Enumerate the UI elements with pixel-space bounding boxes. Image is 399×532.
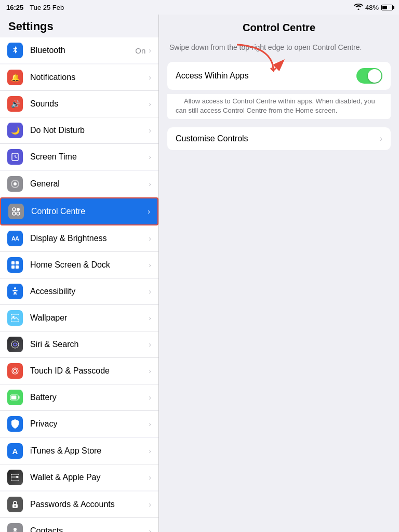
screentime-label: Screen Time <box>30 152 149 162</box>
customise-controls-card: Customise Controls › <box>167 127 391 150</box>
svg-rect-8 <box>11 261 15 264</box>
sidebar-item-itunes[interactable]: A iTunes & App Store › <box>0 438 158 464</box>
donotdisturb-label: Do Not Disturb <box>30 126 149 135</box>
svg-point-6 <box>12 212 16 215</box>
sidebar-item-bluetooth[interactable]: Bluetooth On › <box>0 37 158 63</box>
general-icon <box>7 176 23 192</box>
contacts-icon <box>7 523 23 532</box>
arrow-down <box>227 42 289 84</box>
display-icon: AA <box>7 231 23 246</box>
wallet-label: Wallet & Apple Pay <box>30 473 149 482</box>
sidebar-item-battery[interactable]: Battery › <box>0 384 158 411</box>
settings-group-2: General › Control Centre › AA Display & … <box>0 171 158 437</box>
wallpaper-icon <box>7 310 23 326</box>
display-label: Display & Brightness <box>30 234 149 243</box>
svg-rect-10 <box>11 265 15 269</box>
screentime-icon <box>7 149 23 165</box>
sidebar-item-contacts[interactable]: Contacts › <box>0 518 158 532</box>
access-within-apps-description: Allow access to Control Centre within ap… <box>176 94 375 119</box>
time: 16:25 <box>6 4 23 11</box>
wallet-icon <box>7 470 23 485</box>
notifications-icon: 🔔 <box>7 70 23 85</box>
sidebar-item-notifications[interactable]: 🔔 Notifications › <box>0 64 158 91</box>
svg-point-26 <box>15 506 16 507</box>
wallpaper-label: Wallpaper <box>30 313 149 323</box>
sidebar-item-privacy[interactable]: Privacy › <box>0 411 158 437</box>
bluetooth-label: Bluetooth <box>30 46 135 55</box>
sidebar-item-touchid[interactable]: Touch ID & Passcode › <box>0 358 158 384</box>
battery-label: Battery <box>30 393 149 402</box>
sidebar-item-display[interactable]: AA Display & Brightness › <box>0 225 158 252</box>
siri-icon <box>7 337 23 352</box>
sidebar-item-controlcentre[interactable]: Control Centre › <box>0 197 158 225</box>
homescreen-label: Home Screen & Dock <box>30 260 149 270</box>
svg-rect-20 <box>19 396 20 399</box>
general-label: General <box>30 179 149 189</box>
contacts-label: Contacts <box>30 526 149 532</box>
privacy-icon <box>7 416 23 432</box>
settings-group-0: Bluetooth On › <box>0 37 158 63</box>
sidebar-item-siri[interactable]: Siri & Search › <box>0 331 158 358</box>
passwords-label: Passwords & Accounts <box>30 500 149 509</box>
bluetooth-value: On <box>135 46 145 55</box>
customise-controls-row[interactable]: Customise Controls › <box>167 127 391 150</box>
sidebar: Settings Bluetooth On › 🔔 Notifications … <box>0 15 159 532</box>
accessibility-label: Accessibility <box>30 287 149 296</box>
svg-line-2 <box>15 157 17 158</box>
svg-rect-21 <box>11 396 17 400</box>
settings-group-3: A iTunes & App Store › Wallet & Apple Pa… <box>0 438 158 490</box>
notifications-label: Notifications <box>30 73 149 82</box>
sidebar-item-donotdisturb[interactable]: 🌙 Do Not Disturb › <box>0 117 158 144</box>
main-layout: Settings Bluetooth On › 🔔 Notifications … <box>0 15 399 532</box>
sidebar-item-wallet[interactable]: Wallet & Apple Pay › <box>0 464 158 490</box>
controlcentre-label: Control Centre <box>31 207 148 216</box>
content-panel: Control Centre Swipe down from the top-r… <box>159 15 399 532</box>
donotdisturb-icon: 🌙 <box>7 123 23 138</box>
sidebar-item-general[interactable]: General › <box>0 171 158 197</box>
svg-point-3 <box>14 182 17 185</box>
battery-icon <box>381 5 393 10</box>
sidebar-item-wallpaper[interactable]: Wallpaper › <box>0 305 158 331</box>
siri-label: Siri & Search <box>30 340 149 349</box>
touchid-icon <box>7 363 23 379</box>
svg-point-27 <box>14 528 17 531</box>
svg-point-5 <box>17 208 20 211</box>
wifi-icon <box>354 4 363 11</box>
settings-group-4: Passwords & Accounts › Contacts › Calend… <box>0 491 158 532</box>
customise-controls-label: Customise Controls <box>176 134 380 143</box>
svg-point-7 <box>17 212 20 215</box>
battery-percentage: 48% <box>365 4 379 11</box>
settings-group-1: 🔔 Notifications › 🔊 Sounds › 🌙 Do Not Di… <box>0 64 158 170</box>
homescreen-icon <box>7 257 23 273</box>
itunes-label: iTunes & App Store <box>30 446 149 456</box>
bluetooth-chevron: › <box>149 46 151 55</box>
controlcentre-icon <box>8 204 24 219</box>
sidebar-item-screentime[interactable]: Screen Time › <box>0 144 158 170</box>
bluetooth-icon <box>7 43 23 58</box>
status-bar: 16:25 Tue 25 Feb 48% <box>0 0 399 15</box>
access-within-apps-toggle[interactable] <box>356 68 382 84</box>
svg-point-17 <box>14 369 17 373</box>
touchid-label: Touch ID & Passcode <box>30 366 149 376</box>
accessibility-icon <box>7 284 23 299</box>
privacy-label: Privacy <box>30 419 149 429</box>
sounds-icon: 🔊 <box>7 96 23 112</box>
sidebar-item-passwords[interactable]: Passwords & Accounts › <box>0 491 158 518</box>
svg-point-24 <box>16 476 18 478</box>
content-title: Control Centre <box>159 15 399 39</box>
svg-point-12 <box>14 287 16 289</box>
sidebar-item-accessibility[interactable]: Accessibility › <box>0 278 158 305</box>
date: Tue 25 Feb <box>30 4 64 11</box>
battery-setting-icon <box>7 390 23 405</box>
status-icons: 48% <box>354 4 393 11</box>
itunes-icon: A <box>7 443 23 459</box>
sounds-label: Sounds <box>30 99 149 109</box>
customise-controls-chevron: › <box>380 134 382 143</box>
svg-point-4 <box>12 208 16 211</box>
svg-rect-11 <box>16 265 19 269</box>
svg-rect-9 <box>16 261 19 264</box>
passwords-icon <box>7 497 23 512</box>
sidebar-item-homescreen[interactable]: Home Screen & Dock › <box>0 252 158 278</box>
sidebar-title: Settings <box>0 15 158 37</box>
sidebar-item-sounds[interactable]: 🔊 Sounds › <box>0 91 158 117</box>
